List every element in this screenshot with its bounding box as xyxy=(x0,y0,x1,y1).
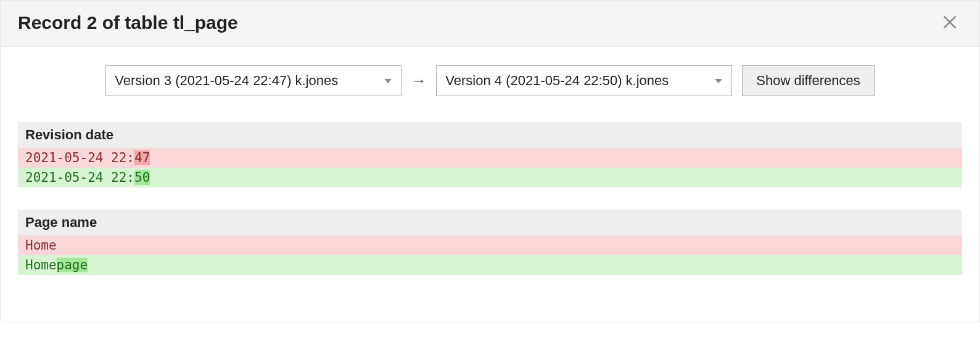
version-diff-modal: Record 2 of table tl_page → xyxy=(0,0,980,322)
version-controls: → Show differences xyxy=(18,65,962,96)
diff-new-value: Homepage xyxy=(18,255,962,275)
diff-old-value: 2021-05-24 22:47 xyxy=(18,148,962,168)
diff-field-label: Page name xyxy=(18,210,962,235)
modal-body: → Show differences Revision date 2021-05… xyxy=(1,47,979,322)
diff-block: Revision date 2021-05-24 22:47 2021-05-2… xyxy=(18,122,962,187)
close-icon xyxy=(942,14,958,32)
diff-block: Page name Home Homepage xyxy=(18,210,962,275)
show-differences-button[interactable]: Show differences xyxy=(742,65,874,96)
modal-header: Record 2 of table tl_page xyxy=(1,1,979,47)
from-version-select-wrap xyxy=(105,65,401,96)
to-version-select[interactable] xyxy=(436,65,732,96)
to-version-select-wrap xyxy=(436,65,732,96)
diff-field-label: Revision date xyxy=(18,122,962,148)
diff-old-value: Home xyxy=(18,235,962,255)
arrow-right-icon: → xyxy=(411,72,426,89)
diff-new-value: 2021-05-24 22:50 xyxy=(18,168,962,187)
modal-title: Record 2 of table tl_page xyxy=(18,12,238,33)
close-button[interactable] xyxy=(937,10,962,35)
from-version-select[interactable] xyxy=(105,65,401,96)
